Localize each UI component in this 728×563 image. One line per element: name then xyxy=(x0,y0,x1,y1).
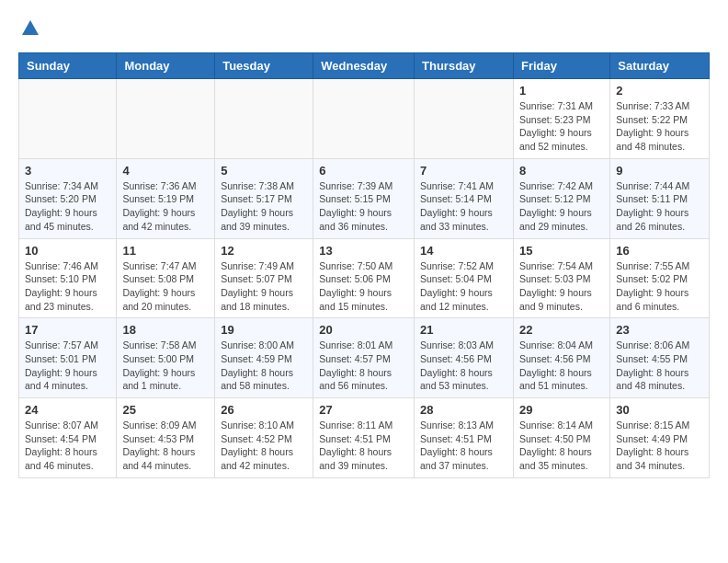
day-info: Sunrise: 7:34 AM Sunset: 5:20 PM Dayligh… xyxy=(25,179,110,234)
day-number: 13 xyxy=(319,244,408,258)
calendar-cell: 4Sunrise: 7:36 AM Sunset: 5:19 PM Daylig… xyxy=(117,158,215,238)
day-number: 30 xyxy=(616,403,703,417)
weekday-header: Sunday xyxy=(19,53,117,79)
day-info: Sunrise: 8:00 AM Sunset: 4:59 PM Dayligh… xyxy=(221,339,307,393)
calendar-cell: 12Sunrise: 7:49 AM Sunset: 5:07 PM Dayli… xyxy=(215,238,313,318)
day-number: 3 xyxy=(25,164,110,178)
calendar-cell: 10Sunrise: 7:46 AM Sunset: 5:10 PM Dayli… xyxy=(19,238,117,318)
weekday-header: Wednesday xyxy=(313,53,415,79)
calendar-cell: 27Sunrise: 8:11 AM Sunset: 4:51 PM Dayli… xyxy=(313,398,415,478)
day-number: 14 xyxy=(420,244,507,258)
day-info: Sunrise: 8:11 AM Sunset: 4:51 PM Dayligh… xyxy=(319,419,408,473)
day-info: Sunrise: 7:46 AM Sunset: 5:10 PM Dayligh… xyxy=(25,259,110,314)
calendar-week-row: 24Sunrise: 8:07 AM Sunset: 4:54 PM Dayli… xyxy=(19,398,710,478)
day-number: 29 xyxy=(519,403,604,417)
day-number: 10 xyxy=(25,244,110,258)
day-info: Sunrise: 8:09 AM Sunset: 4:53 PM Dayligh… xyxy=(122,419,209,473)
calendar-cell: 23Sunrise: 8:06 AM Sunset: 4:55 PM Dayli… xyxy=(610,318,710,398)
calendar-cell: 3Sunrise: 7:34 AM Sunset: 5:20 PM Daylig… xyxy=(19,158,117,238)
calendar-cell xyxy=(215,79,313,159)
calendar-cell: 14Sunrise: 7:52 AM Sunset: 5:04 PM Dayli… xyxy=(415,238,514,318)
day-info: Sunrise: 8:01 AM Sunset: 4:57 PM Dayligh… xyxy=(319,339,408,393)
main-container: SundayMondayTuesdayWednesdayThursdayFrid… xyxy=(0,0,728,488)
day-info: Sunrise: 7:41 AM Sunset: 5:14 PM Dayligh… xyxy=(420,179,507,234)
calendar-cell: 9Sunrise: 7:44 AM Sunset: 5:11 PM Daylig… xyxy=(610,158,710,238)
day-info: Sunrise: 7:38 AM Sunset: 5:17 PM Dayligh… xyxy=(221,179,307,234)
day-info: Sunrise: 7:47 AM Sunset: 5:08 PM Dayligh… xyxy=(122,259,209,314)
calendar-cell: 8Sunrise: 7:42 AM Sunset: 5:12 PM Daylig… xyxy=(513,158,609,238)
day-info: Sunrise: 7:50 AM Sunset: 5:06 PM Dayligh… xyxy=(319,259,408,314)
day-info: Sunrise: 8:04 AM Sunset: 4:56 PM Dayligh… xyxy=(519,339,604,393)
calendar-cell: 6Sunrise: 7:39 AM Sunset: 5:15 PM Daylig… xyxy=(313,158,415,238)
day-number: 2 xyxy=(616,84,703,98)
calendar-cell xyxy=(415,79,514,159)
day-number: 12 xyxy=(221,244,307,258)
day-info: Sunrise: 8:03 AM Sunset: 4:56 PM Dayligh… xyxy=(420,339,507,393)
calendar-cell: 1Sunrise: 7:31 AM Sunset: 5:23 PM Daylig… xyxy=(513,79,609,159)
calendar-cell: 13Sunrise: 7:50 AM Sunset: 5:06 PM Dayli… xyxy=(313,238,415,318)
calendar-table: SundayMondayTuesdayWednesdayThursdayFrid… xyxy=(18,52,710,478)
calendar-week-row: 17Sunrise: 7:57 AM Sunset: 5:01 PM Dayli… xyxy=(19,318,710,398)
calendar-cell: 7Sunrise: 7:41 AM Sunset: 5:14 PM Daylig… xyxy=(415,158,514,238)
day-info: Sunrise: 7:57 AM Sunset: 5:01 PM Dayligh… xyxy=(25,339,110,393)
weekday-header: Tuesday xyxy=(215,53,313,79)
day-number: 5 xyxy=(221,164,307,178)
calendar-cell xyxy=(19,79,117,159)
day-info: Sunrise: 7:49 AM Sunset: 5:07 PM Dayligh… xyxy=(221,259,307,314)
day-number: 8 xyxy=(519,164,604,178)
calendar-week-row: 10Sunrise: 7:46 AM Sunset: 5:10 PM Dayli… xyxy=(19,238,710,318)
day-number: 7 xyxy=(420,164,507,178)
calendar-cell: 18Sunrise: 7:58 AM Sunset: 5:00 PM Dayli… xyxy=(117,318,215,398)
day-number: 4 xyxy=(122,164,209,178)
weekday-header: Saturday xyxy=(610,53,710,79)
weekday-row: SundayMondayTuesdayWednesdayThursdayFrid… xyxy=(19,53,710,79)
day-info: Sunrise: 7:36 AM Sunset: 5:19 PM Dayligh… xyxy=(122,179,209,234)
day-number: 6 xyxy=(319,164,408,178)
calendar-cell: 16Sunrise: 7:55 AM Sunset: 5:02 PM Dayli… xyxy=(610,238,710,318)
header xyxy=(18,18,710,39)
calendar-cell: 21Sunrise: 8:03 AM Sunset: 4:56 PM Dayli… xyxy=(415,318,514,398)
day-info: Sunrise: 7:39 AM Sunset: 5:15 PM Dayligh… xyxy=(319,179,408,234)
day-number: 9 xyxy=(616,164,703,178)
calendar-cell: 30Sunrise: 8:15 AM Sunset: 4:49 PM Dayli… xyxy=(610,398,710,478)
calendar-cell: 25Sunrise: 8:09 AM Sunset: 4:53 PM Dayli… xyxy=(117,398,215,478)
day-info: Sunrise: 7:52 AM Sunset: 5:04 PM Dayligh… xyxy=(420,259,507,314)
day-number: 28 xyxy=(420,403,507,417)
day-number: 1 xyxy=(519,84,604,98)
weekday-header: Monday xyxy=(117,53,215,79)
day-number: 11 xyxy=(122,244,209,258)
day-info: Sunrise: 7:42 AM Sunset: 5:12 PM Dayligh… xyxy=(519,179,604,234)
day-info: Sunrise: 8:15 AM Sunset: 4:49 PM Dayligh… xyxy=(616,419,703,473)
calendar-cell: 29Sunrise: 8:14 AM Sunset: 4:50 PM Dayli… xyxy=(513,398,609,478)
calendar-cell: 19Sunrise: 8:00 AM Sunset: 4:59 PM Dayli… xyxy=(215,318,313,398)
weekday-header: Thursday xyxy=(415,53,514,79)
svg-marker-0 xyxy=(22,20,39,35)
day-info: Sunrise: 8:10 AM Sunset: 4:52 PM Dayligh… xyxy=(221,419,307,473)
calendar-cell: 28Sunrise: 8:13 AM Sunset: 4:51 PM Dayli… xyxy=(415,398,514,478)
day-number: 21 xyxy=(420,323,507,337)
day-number: 22 xyxy=(519,323,604,337)
day-number: 26 xyxy=(221,403,307,417)
calendar-cell: 20Sunrise: 8:01 AM Sunset: 4:57 PM Dayli… xyxy=(313,318,415,398)
day-number: 16 xyxy=(616,244,703,258)
day-number: 17 xyxy=(25,323,110,337)
calendar-cell: 2Sunrise: 7:33 AM Sunset: 5:22 PM Daylig… xyxy=(610,79,710,159)
calendar-cell: 5Sunrise: 7:38 AM Sunset: 5:17 PM Daylig… xyxy=(215,158,313,238)
calendar-body: 1Sunrise: 7:31 AM Sunset: 5:23 PM Daylig… xyxy=(19,79,710,478)
day-number: 15 xyxy=(519,244,604,258)
calendar-cell: 22Sunrise: 8:04 AM Sunset: 4:56 PM Dayli… xyxy=(513,318,609,398)
logo-icon xyxy=(20,18,40,39)
day-info: Sunrise: 8:07 AM Sunset: 4:54 PM Dayligh… xyxy=(25,419,110,473)
calendar-header: SundayMondayTuesdayWednesdayThursdayFrid… xyxy=(19,53,710,79)
day-info: Sunrise: 7:31 AM Sunset: 5:23 PM Dayligh… xyxy=(519,99,604,154)
calendar-cell: 17Sunrise: 7:57 AM Sunset: 5:01 PM Dayli… xyxy=(19,318,117,398)
day-info: Sunrise: 7:54 AM Sunset: 5:03 PM Dayligh… xyxy=(519,259,604,314)
calendar-cell xyxy=(117,79,215,159)
day-info: Sunrise: 8:06 AM Sunset: 4:55 PM Dayligh… xyxy=(616,339,703,393)
day-number: 25 xyxy=(122,403,209,417)
day-number: 24 xyxy=(25,403,110,417)
day-number: 18 xyxy=(122,323,209,337)
calendar-cell: 26Sunrise: 8:10 AM Sunset: 4:52 PM Dayli… xyxy=(215,398,313,478)
day-number: 19 xyxy=(221,323,307,337)
calendar-cell: 24Sunrise: 8:07 AM Sunset: 4:54 PM Dayli… xyxy=(19,398,117,478)
